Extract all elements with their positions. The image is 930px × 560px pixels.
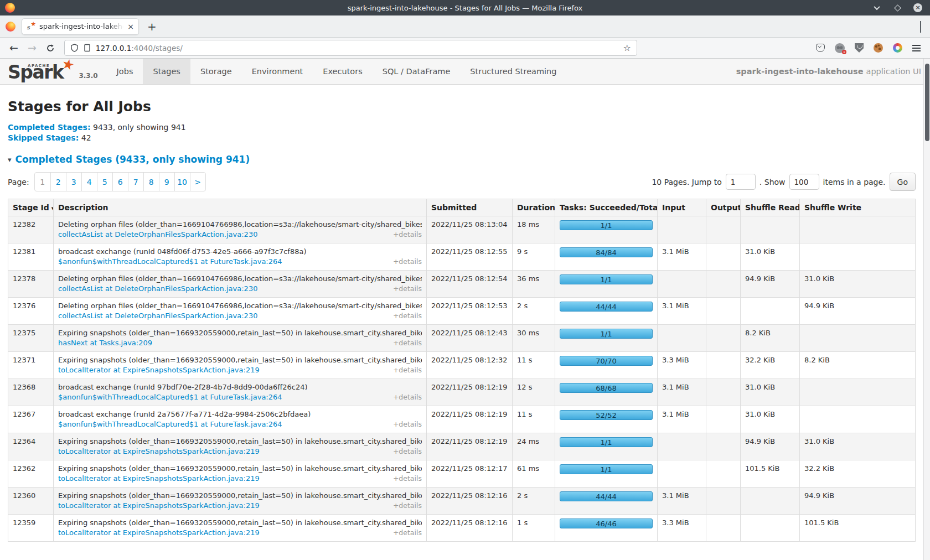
header-shuffle-write[interactable]: Shuffle Write	[800, 199, 916, 216]
header-duration[interactable]: Duration	[513, 199, 555, 216]
details-toggle[interactable]: +details	[393, 420, 422, 428]
tasks-cell: 1/1	[555, 460, 658, 488]
details-toggle[interactable]: +details	[393, 474, 422, 483]
table-row: 12359 Expiring snapshots (older_than=166…	[8, 515, 916, 542]
next-page-button[interactable]: >	[190, 173, 205, 191]
submitted-cell: 2022/11/25 08:12:43	[427, 325, 513, 352]
back-button[interactable]: ←	[9, 43, 18, 53]
header-description[interactable]: Description	[54, 199, 427, 216]
submitted-cell: 2022/11/25 08:12:55	[427, 243, 513, 271]
url-text[interactable]: 127.0.0.1:4040/stages/	[96, 44, 183, 53]
stage-callsite-link[interactable]: toLocalIterator at ExpireSnapshotsSparkA…	[58, 474, 260, 483]
nav-item-jobs[interactable]: Jobs	[107, 59, 143, 84]
stage-callsite-link[interactable]: collectAsList at DeleteOrphanFilesSparkA…	[58, 284, 257, 293]
firefox-logo-icon	[5, 3, 15, 13]
nav-item-structured-streaming[interactable]: Structured Streaming	[460, 59, 566, 84]
tab-close-button[interactable]: ×	[127, 23, 134, 30]
stage-id-cell: 12359	[8, 515, 54, 542]
header-stage-id[interactable]: Stage Id▾	[8, 199, 54, 216]
page-info-icon[interactable]	[84, 44, 91, 52]
reload-button[interactable]	[46, 44, 55, 53]
page-scrollbar[interactable]	[923, 59, 930, 560]
pocket-icon[interactable]	[816, 44, 825, 52]
menu-hamburger-icon[interactable]	[912, 48, 921, 49]
table-row: 12378 Deleting orphan files (older_than=…	[8, 271, 916, 298]
go-button[interactable]: Go	[890, 173, 916, 191]
scrollbar-thumb[interactable]	[925, 64, 929, 141]
stage-description: Expiring snapshots (older_than=166932055…	[58, 518, 422, 527]
spark-logo[interactable]: APACHE Spark ★ 3.3.0	[0, 59, 100, 84]
completed-stages-section-toggle[interactable]: ▾ Completed Stages (9433, only showing 9…	[8, 154, 916, 165]
stage-callsite-link[interactable]: collectAsList at DeleteOrphanFilesSparkA…	[58, 230, 257, 238]
details-toggle[interactable]: +details	[393, 501, 422, 510]
details-toggle[interactable]: +details	[393, 312, 422, 320]
page-button-2[interactable]: 2	[50, 173, 66, 191]
page-button-3[interactable]: 3	[66, 173, 81, 191]
nav-item-stages[interactable]: Stages	[143, 59, 190, 84]
header-input[interactable]: Input	[658, 199, 706, 216]
nav-item-sql-dataframe[interactable]: SQL / DataFrame	[373, 59, 461, 84]
description-cell: broadcast exchange (runId 97bdf70e-2f28-…	[54, 379, 427, 406]
details-toggle[interactable]: +details	[393, 339, 422, 347]
nav-item-storage[interactable]: Storage	[190, 59, 242, 84]
maximize-button[interactable]	[893, 3, 902, 12]
page-size-input[interactable]	[789, 174, 819, 190]
stage-callsite-link[interactable]: hasNext at Tasks.java:209	[58, 339, 152, 347]
details-toggle[interactable]: +details	[393, 366, 422, 374]
application-label: spark-ingest-into-lakehouse application …	[736, 59, 930, 84]
page-button-6[interactable]: 6	[112, 173, 128, 191]
input-cell: 3.1 MiB	[658, 298, 706, 325]
shuffle-write-cell: 94.9 KiB	[800, 488, 916, 515]
list-tabs-button[interactable]	[920, 21, 921, 32]
details-toggle[interactable]: +details	[393, 528, 422, 537]
header-tasks[interactable]: Tasks: Succeeded/Total	[555, 199, 658, 216]
header-shuffle-read[interactable]: Shuffle Read	[741, 199, 800, 216]
page-button-9[interactable]: 9	[159, 173, 174, 191]
details-toggle[interactable]: +details	[393, 284, 422, 293]
stage-callsite-link[interactable]: collectAsList at DeleteOrphanFilesSparkA…	[58, 312, 257, 320]
skipped-stages-summary: Skipped Stages: 42	[8, 133, 916, 142]
page-button-10[interactable]: 10	[174, 173, 190, 191]
stage-id-cell: 12367	[8, 406, 54, 433]
minimize-button[interactable]	[872, 3, 881, 12]
details-toggle[interactable]: +details	[393, 230, 422, 238]
nav-item-executors[interactable]: Executors	[313, 59, 372, 84]
page-button-8[interactable]: 8	[143, 173, 159, 191]
page-button-7[interactable]: 7	[128, 173, 143, 191]
stage-callsite-link[interactable]: $anonfun$withThreadLocalCaptured$1 at Fu…	[58, 420, 282, 428]
url-bar[interactable]: 127.0.0.1:4040/stages/ ☆	[64, 40, 637, 56]
nav-item-environment[interactable]: Environment	[242, 59, 313, 84]
page-button-4[interactable]: 4	[81, 173, 97, 191]
submitted-cell: 2022/11/25 08:12:19	[427, 379, 513, 406]
shield-permissions-icon[interactable]	[70, 44, 79, 53]
ublock-origin-icon[interactable]	[855, 43, 864, 53]
details-toggle[interactable]: +details	[393, 257, 422, 266]
new-tab-button[interactable]: +	[147, 20, 157, 33]
stage-callsite-link[interactable]: toLocalIterator at ExpireSnapshotsSparkA…	[58, 366, 260, 374]
close-window-button[interactable]: ×	[913, 3, 922, 12]
jump-to-input[interactable]	[726, 174, 756, 190]
bookmark-star-icon[interactable]: ☆	[623, 43, 631, 53]
page-button-1[interactable]: 1	[35, 173, 50, 191]
completed-stages-link[interactable]: Completed Stages:	[8, 123, 91, 132]
output-cell	[706, 488, 741, 515]
stage-description: Expiring snapshots (older_than=166932055…	[58, 437, 422, 445]
extension-mask-icon[interactable]: x	[835, 43, 845, 53]
stage-callsite-link[interactable]: toLocalIterator at ExpireSnapshotsSparkA…	[58, 528, 260, 537]
header-submitted[interactable]: Submitted	[427, 199, 513, 216]
skipped-stages-link[interactable]: Skipped Stages:	[8, 133, 79, 142]
cookie-extension-icon[interactable]	[874, 43, 883, 53]
stage-callsite-link[interactable]: $anonfun$withThreadLocalCaptured$1 at Fu…	[58, 393, 282, 401]
extension-pinwheel-icon[interactable]	[893, 43, 902, 53]
submitted-cell: 2022/11/25 08:12:53	[427, 298, 513, 325]
shuffle-write-cell	[800, 216, 916, 243]
stage-callsite-link[interactable]: toLocalIterator at ExpireSnapshotsSparkA…	[58, 447, 260, 455]
stage-callsite-link[interactable]: toLocalIterator at ExpireSnapshotsSparkA…	[58, 501, 260, 510]
page-button-5[interactable]: 5	[97, 173, 112, 191]
stage-callsite-link[interactable]: $anonfun$withThreadLocalCaptured$1 at Fu…	[58, 257, 282, 266]
browser-tab[interactable]: ★ s spark-ingest-into-lakehous ×	[22, 18, 139, 35]
input-cell: 3.1 MiB	[658, 406, 706, 433]
details-toggle[interactable]: +details	[393, 393, 422, 401]
details-toggle[interactable]: +details	[393, 447, 422, 455]
header-output[interactable]: Output	[706, 199, 741, 216]
